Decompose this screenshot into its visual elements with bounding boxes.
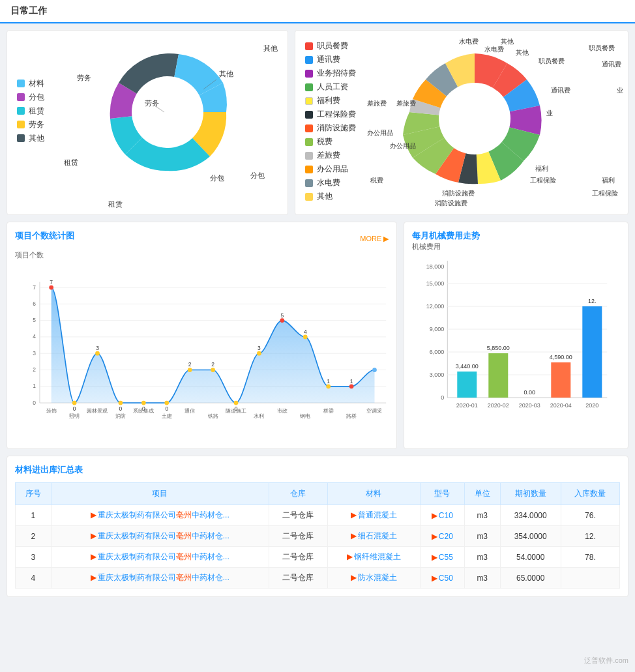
mechanical-cost-card: 每月机械费用走势 机械费用 0 3,000 6,000 9,000 12,000… bbox=[404, 222, 628, 449]
table-row: 3 ▶重庆太极制药有限公司亳州中药材仓... 二号仓库 ▶钢纤维混凝土 ▶C55… bbox=[16, 547, 620, 568]
svg-text:1: 1 bbox=[350, 378, 353, 385]
more-link[interactable]: MORE ▶ bbox=[360, 235, 389, 243]
left-donut-card: 材料 分包 租赁 劳务 其他 bbox=[7, 30, 288, 215]
svg-text:通信: 通信 bbox=[185, 407, 195, 414]
svg-text:路桥: 路桥 bbox=[346, 413, 357, 419]
svg-text:其他: 其他 bbox=[516, 49, 529, 56]
svg-text:市政: 市政 bbox=[277, 407, 288, 414]
cell-initial: 334.0000 bbox=[500, 505, 561, 526]
cell-project: ▶重庆太极制药有限公司亳州中药材仓... bbox=[51, 547, 269, 568]
svg-text:18,000: 18,000 bbox=[426, 263, 445, 270]
cell-warehouse: 二号仓库 bbox=[269, 526, 327, 547]
svg-text:7: 7 bbox=[50, 279, 53, 285]
svg-rect-102 bbox=[583, 306, 602, 398]
svg-text:12.: 12. bbox=[588, 298, 597, 304]
svg-text:劳务: 劳务 bbox=[145, 99, 159, 107]
cell-unit: m3 bbox=[464, 547, 500, 568]
svg-text:9,000: 9,000 bbox=[430, 326, 445, 332]
mechanical-chart-title: 每月机械费用走势 bbox=[412, 231, 480, 241]
svg-point-56 bbox=[280, 318, 284, 323]
svg-rect-100 bbox=[552, 362, 571, 398]
svg-text:4,590.00: 4,590.00 bbox=[550, 354, 572, 360]
svg-text:通讯费: 通讯费 bbox=[551, 87, 570, 94]
cell-unit: m3 bbox=[464, 526, 500, 547]
col-unit: 单位 bbox=[464, 483, 500, 505]
table-row: 1 ▶重庆太极制药有限公司亳州中药材仓... 二号仓库 ▶普通混凝土 ▶C10 … bbox=[16, 505, 620, 526]
svg-text:15,000: 15,000 bbox=[426, 280, 445, 287]
svg-point-52 bbox=[234, 401, 239, 405]
cell-unit: m3 bbox=[464, 568, 500, 589]
svg-text:12,000: 12,000 bbox=[426, 303, 445, 310]
svg-text:6,000: 6,000 bbox=[430, 349, 445, 355]
header-bar: 日常工作 bbox=[0, 0, 635, 23]
svg-text:办公用品: 办公用品 bbox=[390, 142, 416, 149]
svg-point-60 bbox=[326, 384, 331, 388]
svg-text:0: 0 bbox=[119, 405, 123, 412]
svg-point-36 bbox=[49, 285, 53, 290]
svg-text:隧道施工: 隧道施工 bbox=[226, 407, 246, 414]
cell-material: ▶普通混凝土 bbox=[327, 505, 420, 526]
material-table: 序号 项目 仓库 材料 型号 单位 期初数量 入库数量 1 ▶重庆太极制药有限公… bbox=[15, 482, 620, 589]
project-count-card: 项目个数统计图 MORE ▶ 项目个数 bbox=[7, 222, 397, 449]
svg-point-48 bbox=[188, 368, 192, 372]
svg-point-0 bbox=[132, 76, 203, 148]
right-legend: 职员餐费 通讯费 业务招待费 人员工资 福利费 工程保险费 消防设施费 税费 差… bbox=[305, 40, 364, 205]
svg-text:土建: 土建 bbox=[162, 413, 172, 419]
table-section: 材料进出库汇总表 序号 项目 仓库 材料 型号 单位 期初数量 入库数量 1 ▶… bbox=[7, 456, 628, 597]
svg-point-7 bbox=[439, 83, 510, 154]
middle-charts-section: 项目个数统计图 MORE ▶ 项目个数 bbox=[7, 222, 628, 449]
svg-text:差旅费: 差旅费 bbox=[396, 100, 416, 107]
svg-text:园林景观: 园林景观 bbox=[87, 407, 108, 414]
svg-point-44 bbox=[141, 401, 146, 405]
col-initial: 期初数量 bbox=[500, 483, 561, 505]
cell-model: ▶C20 bbox=[420, 526, 464, 547]
svg-text:2: 2 bbox=[211, 361, 214, 368]
svg-text:1: 1 bbox=[33, 383, 36, 389]
cell-model: ▶C55 bbox=[420, 547, 464, 568]
svg-text:0: 0 bbox=[73, 405, 76, 412]
svg-text:照明: 照明 bbox=[69, 413, 80, 419]
svg-text:2: 2 bbox=[188, 361, 192, 368]
svg-rect-96 bbox=[489, 353, 509, 398]
cell-unit: m3 bbox=[464, 505, 500, 526]
cell-project: ▶重庆太极制药有限公司亳州中药材仓... bbox=[51, 526, 269, 547]
svg-text:0: 0 bbox=[33, 400, 36, 406]
svg-text:1: 1 bbox=[327, 378, 330, 385]
svg-text:其他: 其他 bbox=[219, 70, 233, 78]
cell-material: ▶细石混凝土 bbox=[327, 526, 420, 547]
project-chart-area: 项目个数 0 1 2 bbox=[15, 250, 389, 441]
cell-material: ▶防水混凝土 bbox=[327, 568, 420, 589]
table-row: 4 ▶重庆太极制药有限公司亳州中药材仓... 二号仓库 ▶防水混凝土 ▶C50 … bbox=[16, 568, 620, 589]
cell-inbound: 12. bbox=[561, 526, 619, 547]
cell-seq: 4 bbox=[16, 568, 52, 589]
svg-text:5: 5 bbox=[33, 317, 36, 323]
svg-text:分包: 分包 bbox=[210, 174, 224, 182]
cell-seq: 3 bbox=[16, 547, 52, 568]
svg-text:2: 2 bbox=[33, 366, 36, 373]
svg-text:2020: 2020 bbox=[586, 402, 599, 409]
mechanical-chart-svg: 0 3,000 6,000 9,000 12,000 15,000 18,000… bbox=[412, 254, 620, 430]
cell-initial: 54.0000 bbox=[500, 547, 561, 568]
cell-material: ▶钢纤维混凝土 bbox=[327, 547, 420, 568]
svg-text:2020-01: 2020-01 bbox=[456, 402, 478, 409]
svg-point-42 bbox=[119, 401, 123, 405]
svg-text:0: 0 bbox=[441, 394, 445, 401]
svg-text:3: 3 bbox=[258, 345, 261, 351]
project-y-label: 项目个数 bbox=[15, 250, 389, 260]
cell-seq: 1 bbox=[16, 505, 52, 526]
svg-text:3,440.00: 3,440.00 bbox=[456, 363, 479, 370]
table-header-row: 序号 项目 仓库 材料 型号 单位 期初数量 入库数量 bbox=[16, 483, 620, 505]
svg-point-50 bbox=[211, 368, 215, 372]
svg-text:5: 5 bbox=[280, 312, 284, 319]
svg-text:2020-04: 2020-04 bbox=[550, 402, 572, 409]
svg-text:3: 3 bbox=[96, 345, 99, 351]
svg-point-54 bbox=[257, 351, 261, 356]
right-donut-chart: 水电费 其他 职员餐费 通讯费 业 福利 工程保险 消防设施费 税费 差旅费 办… bbox=[374, 40, 618, 205]
svg-text:3: 3 bbox=[33, 350, 36, 357]
col-material: 材料 bbox=[327, 483, 420, 505]
svg-point-38 bbox=[72, 401, 77, 405]
table-row: 2 ▶重庆太极制药有限公司亳州中药材仓... 二号仓库 ▶细石混凝土 ▶C20 … bbox=[16, 526, 620, 547]
col-model: 型号 bbox=[420, 483, 464, 505]
cell-inbound: 78. bbox=[561, 547, 619, 568]
cell-warehouse: 二号仓库 bbox=[269, 505, 327, 526]
